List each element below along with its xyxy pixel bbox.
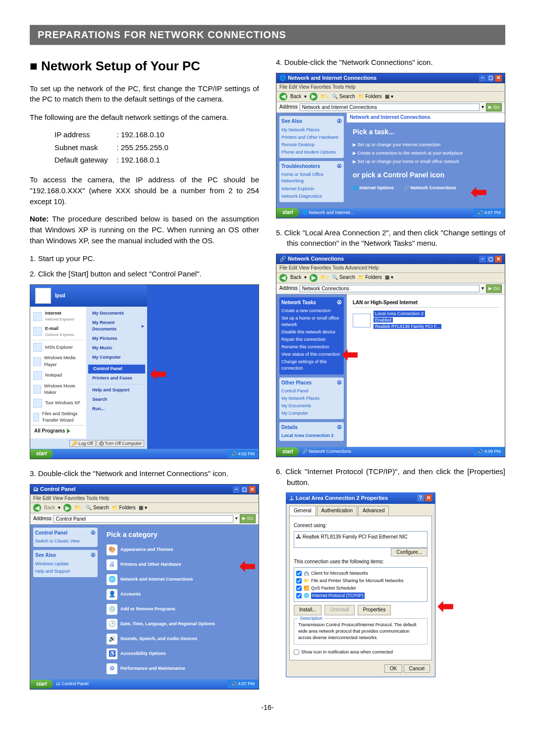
section-title: ■ Network Setup of Your PC (30, 57, 259, 76)
network-internet-item[interactable]: 🌐Network and Internet Connections (107, 574, 193, 585)
screenshot-control-panel: 🗂 Control Panel –▢✕ File Edit View Favor… (30, 484, 259, 690)
intro-2: The following are the default network se… (30, 112, 259, 123)
tab-general[interactable]: General (289, 506, 316, 516)
mail-icon (33, 327, 42, 336)
screenshot-start-menu: Ipsd InternetInternet Explorer E-mailOut… (30, 284, 259, 459)
tab-advanced[interactable]: Advanced (358, 506, 389, 516)
ie-icon (33, 312, 42, 321)
step-4: 4. Double-click the "Network Connections… (276, 57, 505, 68)
step-5: 5. Click "Local Area Connection 2", and … (276, 227, 505, 249)
tcpip-item: Internet Protocol (TCP/IP) (311, 593, 365, 599)
back-icon[interactable]: ◀ (33, 504, 41, 512)
screenshot-network-connections: 🔗 Network Connections –▢✕ File Edit View… (276, 254, 505, 457)
page-number: -16- (30, 703, 505, 711)
step-3: 3. Double-click the "Network and Interne… (30, 468, 259, 479)
uninstall-button: Uninstall (324, 605, 354, 615)
dialog-lan-properties: ⊥ Local Area Connection 2 Properties ?✕ … (286, 492, 435, 677)
all-programs-arrow-icon (67, 429, 70, 433)
step-2: 2. Click the [Start] button and select "… (30, 269, 259, 279)
start-button[interactable]: start (30, 680, 53, 689)
maximize-icon[interactable]: ▢ (241, 486, 248, 493)
ok-button[interactable]: OK (384, 664, 402, 673)
network-params: IP address: 192.168.0.10 Subnet mask: 25… (50, 128, 173, 167)
address-input[interactable] (54, 515, 234, 523)
page-header: PREPARATIONS FOR NETWORK CONNECTIONS (30, 25, 505, 45)
pick-category-heading: Pick a category (107, 530, 253, 540)
install-button[interactable]: Install... (294, 605, 321, 615)
lan-connection-item[interactable]: Local Area Connection 2 Enabled Realtek … (353, 311, 499, 330)
start-button[interactable]: start (30, 449, 53, 459)
intro-3: To access the camera, the IP address of … (30, 174, 259, 207)
cancel-button[interactable]: Cancel (404, 664, 430, 673)
go-button[interactable]: ▶ Go (240, 514, 256, 523)
screenshot-net-internet: 🌐 Network and Internet Connections –▢✕ F… (276, 73, 505, 218)
minimize-icon[interactable]: – (233, 486, 240, 493)
close-icon[interactable]: ✕ (425, 494, 432, 501)
tab-auth[interactable]: Authentication (317, 506, 357, 516)
step-1: 1. Start up your PC. (30, 253, 259, 264)
control-panel-item[interactable]: Control Panel (88, 365, 145, 373)
lan-icon (353, 314, 371, 327)
help-icon[interactable]: ? (417, 494, 424, 501)
tray-time: 🔊 4:02 PM (227, 450, 259, 458)
menu-bar[interactable]: File Edit View Favorites Tools Help (30, 494, 259, 503)
left-column: ■ Network Setup of Your PC To set up the… (30, 57, 259, 699)
right-column: 4. Double-click the "Network Connections… (276, 57, 505, 699)
properties-button[interactable]: Properties (358, 605, 391, 615)
arrow-icon: ⬅ (437, 592, 454, 620)
close-icon[interactable]: ✕ (249, 486, 256, 493)
username: Ipsd (55, 292, 65, 300)
logoff-button[interactable]: 🔑 Log Off (69, 440, 96, 447)
up-icon[interactable]: 📁↑ (74, 504, 83, 512)
configure-button[interactable]: Configure... (391, 548, 428, 556)
step-6: 6. Click "Internet Protocol (TCP/IP)", a… (276, 466, 505, 488)
network-connections-item[interactable]: 🔗 Network Connections (404, 185, 456, 191)
note: Note: The procedure described below is b… (30, 214, 259, 246)
forward-icon[interactable]: ▶ (63, 504, 71, 512)
change-settings-link[interactable]: Change settings of this connection (281, 358, 342, 372)
intro-1: To set up the network of the PC, first c… (30, 83, 259, 105)
user-avatar (35, 288, 51, 304)
turnoff-button[interactable]: ⏻ Turn Off Computer (97, 440, 144, 447)
arrow-icon: ⬅ (471, 177, 487, 206)
